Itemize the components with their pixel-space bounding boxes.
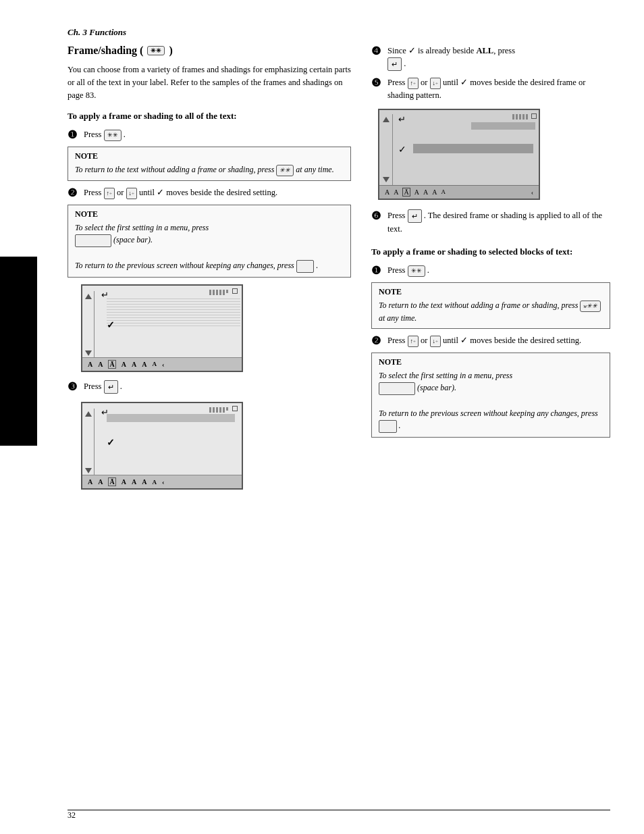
lcd-char-A6: A [142,361,146,368]
note2-line1: To select the first setting in a menu, p… [75,223,209,232]
step-left-1: ❶ Press ✳✳ . [68,128,351,141]
cancel-key [296,260,315,273]
lcd-rd-left [379,114,393,185]
note-box-1: NOTE To return to the text without addin… [68,147,351,181]
step1-key: ✳✳ [104,130,122,142]
subsection-selected-title: To apply a frame or shading to selected … [371,246,610,257]
note-box-3: NOTE To return to the text without addin… [371,282,610,329]
step-content-r2-2: Press ↑÷ or ↓÷ until ✓ moves beside the … [387,334,581,347]
note4-spacebar-label: (space bar). [417,383,456,392]
right-column: ❹ Since ✓ is already beside ALL, press ↵… [371,45,610,496]
lcd2-char-A5: A [132,478,136,486]
step-num-r2-1: ❶ [371,264,383,277]
lcd-shade-1 [107,298,240,328]
lcd-rd-check: ✓ [398,144,406,155]
note3-text2: at any time. [379,313,417,323]
step1-press-text: Press [84,130,104,139]
lcd-display-right: ↵ ✓ A A Ā A A A A [378,109,540,200]
lcd-left-side-1 [82,291,95,359]
stepr2-2-or: or [421,336,430,345]
step2-key-up: ↑÷ [104,188,115,200]
lcd-rd-A2: A [394,188,398,196]
lcd-bars-top-1 [209,290,228,295]
note-text-1: To return to the text without adding a f… [75,163,344,176]
note2-spacebar-label: (space bar). [113,235,153,244]
black-tab [0,257,37,446]
lcd2-char-A4: A [122,478,126,486]
lcd-rd-highlight-top [471,122,535,130]
lcd-up-arrow-1 [85,294,92,299]
step-num-r2-2: ❷ [371,334,383,347]
note-label-4: NOTE [379,357,603,367]
step-content-1: Press ✳✳ . [84,128,126,141]
note-label-3: NOTE [379,287,603,297]
note-text-3: To return to the text without adding a f… [379,299,603,324]
lcd-rd-A6: A [432,188,437,196]
lcd-rd-A3: Ā [402,188,410,197]
lcd-up-arrow-2 [85,411,92,417]
lcd-left-side-2 [82,409,95,476]
lcd-check-1: ✓ [107,319,115,331]
lcd2-char-A6: A [142,478,146,486]
left-column: Frame/shading ( ✳✳ ) You can choose from… [68,45,351,496]
note-text-2: To select the first setting in a menu, p… [75,221,344,273]
lcd-bottom-2: A A Ā A A A A ‹ [82,475,242,488]
section-title-end: ) [169,45,172,57]
lcd-rd-content: ↵ ✓ [393,110,539,185]
step5-press: Press [387,78,408,87]
lcd-square-1 [232,288,238,294]
step-content-r6: Press ↵ . The desired frame or shading i… [387,209,610,236]
lcd-char-A4: A [122,361,126,368]
lcd-rd-A5: A [423,188,428,196]
lcd-right-content-2: ↵ ✓ [95,403,242,476]
step-right2-2: ❷ Press ↑÷ or ↓÷ until ✓ moves beside th… [371,334,610,347]
step5-key-down: ↓÷ [430,78,441,90]
note4-period: . [399,421,401,430]
note1-key: ✳✳ [276,165,294,177]
lcd2-char-A7: A [152,479,157,486]
note-box-2: NOTE To select the first setting in a me… [68,205,351,278]
intro-text: You can choose from a variety of frames … [68,63,351,101]
note2-period: . [316,261,318,270]
lcd-down-arrow-2 [85,468,92,473]
lcd-char-arrow: ‹ [162,361,164,368]
page: Ch. 3 Functions Frame/shading ( ✳✳ ) You… [0,0,644,834]
footer-rule [68,810,610,810]
step3-period: . [120,382,122,391]
lcd-char-A5: A [132,361,136,368]
note1-text2: at any time. [296,165,333,174]
frame-shading-key-icon: ✳✳ [147,46,165,55]
lcd-check-2: ✓ [107,437,115,448]
step2-text3: until ✓ moves beside the desired setting… [139,188,277,197]
step2-press: Press [84,188,104,197]
section-title-text: Frame/shading ( [68,45,143,57]
step-left-2: ❷ Press ↑÷ or ↓÷ until ✓ moves beside th… [68,186,351,199]
lcd-right-content-1: ↵ ✓ [95,286,242,359]
lcd-char-A2: A [98,361,103,368]
lcd2-char-A2: A [98,478,103,486]
lcd-char-A3: Ā [108,360,115,369]
step-content-2: Press ↑÷ or ↓÷ until ✓ moves beside the … [84,186,277,199]
step-num-1: ❶ [68,128,80,141]
lcd2-char-A3: Ā [108,477,115,486]
lcd-bars-top-2 [209,407,228,413]
lcd-rd-bottom: A A Ā A A A A ‹ [379,185,539,199]
lcd-char-A1: A [88,361,92,368]
stepr2-1-period: . [427,265,429,275]
lcd-rd-down-arrow [383,177,390,182]
note-text-4: To select the first setting in a menu, p… [379,369,603,433]
step3-press: Press [84,382,104,391]
lcd-display-1: ↵ ✓ A A Ā A A A A [81,284,243,372]
space-bar-key-2 [379,382,415,395]
step3-enter-key: ↵ [104,380,118,394]
step4-enter-key: ↵ [387,57,402,72]
step-num-r4: ❹ [371,45,383,57]
step2-or: or [117,188,126,197]
step4-beside: beside ALL, press [452,46,515,55]
lcd2-char-A1: A [88,478,92,486]
lcd-square-2 [232,406,238,411]
lcd-rd-arrow: ‹ [531,188,533,196]
step-content-r5: Press ↑÷ or ↓÷ until ✓ moves beside the … [387,76,610,102]
lcd-rd-A1: A [385,188,390,196]
lcd-rd-A7: A [441,188,446,195]
